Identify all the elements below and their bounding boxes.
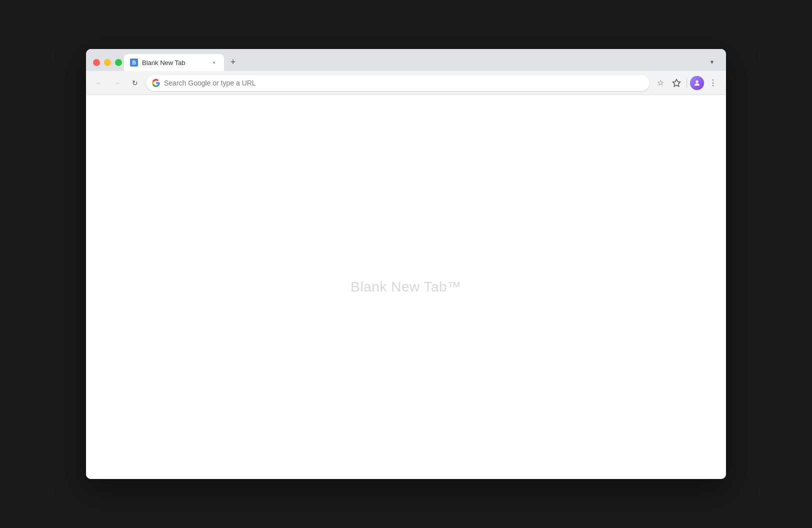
svg-point-0 — [696, 80, 698, 82]
close-tab-button[interactable]: × — [210, 58, 218, 66]
address-bar: ← → ↻ Search Google or type a URL ☆ — [86, 71, 726, 95]
page-content: Blank New Tab™ — [86, 95, 726, 479]
tabs-area: B Blank New Tab × + ▾ — [122, 54, 722, 71]
omnibox[interactable]: Search Google or type a URL — [146, 75, 650, 91]
tab-title: Blank New Tab — [142, 59, 206, 66]
profile-button[interactable] — [690, 76, 704, 90]
new-tab-button[interactable]: + — [226, 55, 240, 69]
reload-button[interactable]: ↻ — [128, 76, 142, 90]
google-logo-icon — [152, 79, 160, 87]
tab-favicon-icon: B — [130, 58, 138, 66]
active-tab[interactable]: B Blank New Tab × — [124, 54, 224, 71]
extensions-button[interactable] — [670, 76, 684, 90]
page-watermark: Blank New Tab™ — [350, 279, 461, 295]
toolbar-divider — [686, 78, 687, 88]
window-controls — [90, 59, 122, 71]
tab-dropdown-button[interactable]: ▾ — [706, 56, 718, 68]
close-window-button[interactable] — [93, 59, 100, 66]
title-bar: B Blank New Tab × + ▾ — [86, 49, 726, 71]
tab-end-space: ▾ — [240, 56, 722, 71]
toolbar-actions: ☆ ⋮ — [654, 76, 720, 90]
back-button[interactable]: ← — [92, 76, 106, 90]
profile-avatar — [690, 76, 704, 90]
omnibox-placeholder: Search Google or type a URL — [164, 79, 644, 87]
menu-button[interactable]: ⋮ — [706, 76, 720, 90]
browser-window: B Blank New Tab × + ▾ ← → ↻ — [86, 49, 726, 479]
tab-favicon: B — [130, 58, 138, 66]
minimize-window-button[interactable] — [104, 59, 111, 66]
bookmark-button[interactable]: ☆ — [654, 76, 668, 90]
extensions-icon — [672, 78, 681, 88]
maximize-window-button[interactable] — [115, 59, 122, 66]
forward-button[interactable]: → — [110, 76, 124, 90]
